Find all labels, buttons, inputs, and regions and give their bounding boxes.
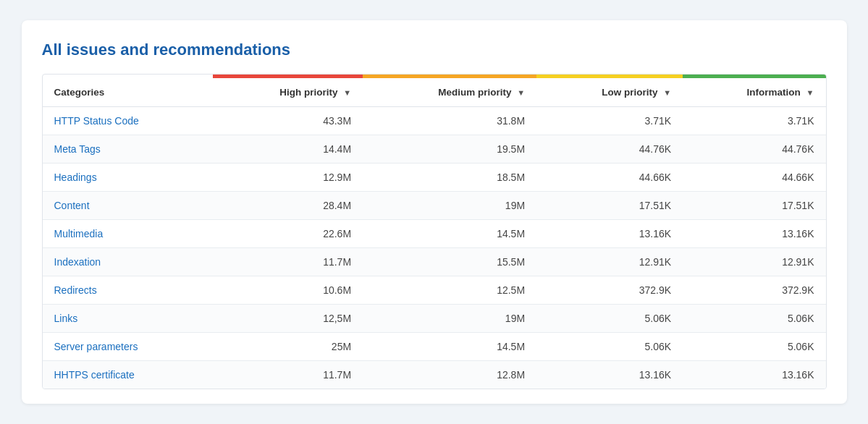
cell-low: 12.91K	[536, 248, 683, 276]
issues-table: Categories High priority ▼ Medium priori…	[43, 75, 826, 389]
category-link[interactable]: HHTPS certificate	[54, 369, 135, 381]
cell-medium: 14.5M	[363, 333, 536, 361]
cell-category: HHTPS certificate	[43, 361, 214, 389]
cell-info: 13.16K	[683, 220, 825, 248]
category-link[interactable]: HTTP Status Code	[54, 115, 139, 127]
cell-category: Content	[43, 192, 214, 220]
cell-high: 10.6M	[213, 276, 363, 305]
cell-info: 13.16K	[683, 361, 825, 389]
cell-low: 5.06K	[536, 305, 683, 333]
cell-medium: 18.5M	[363, 164, 536, 192]
table-row: Server parameters25M14.5M5.06K5.06K	[43, 333, 826, 361]
cell-medium: 19.5M	[363, 135, 536, 164]
cell-medium: 31.8M	[363, 107, 536, 135]
cell-category: Links	[43, 305, 214, 333]
col-information[interactable]: Information ▼	[683, 78, 825, 107]
sort-arrow-medium: ▼	[517, 88, 525, 97]
cell-category: Headings	[43, 164, 214, 192]
sort-arrow-info: ▼	[806, 88, 814, 97]
cell-medium: 12.8M	[363, 361, 536, 389]
cell-info: 12.91K	[683, 248, 825, 276]
category-link[interactable]: Multimedia	[54, 228, 104, 239]
category-link[interactable]: Content	[54, 200, 90, 211]
cell-low: 44.66K	[536, 164, 683, 192]
cell-medium: 15.5M	[363, 248, 536, 276]
sort-arrow-high: ▼	[343, 88, 351, 97]
cell-low: 5.06K	[536, 333, 683, 361]
cell-category: Meta Tags	[43, 135, 214, 164]
category-link[interactable]: Server parameters	[54, 341, 138, 352]
table-row: Meta Tags14.4M19.5M44.76K44.76K	[43, 135, 826, 164]
table-row: Multimedia22.6M14.5M13.16K13.16K	[43, 220, 826, 248]
cell-medium: 14.5M	[363, 220, 536, 248]
col-high-priority[interactable]: High priority ▼	[213, 78, 363, 107]
table-row: Redirects10.6M12.5M372.9K372.9K	[43, 276, 826, 305]
cell-category: HTTP Status Code	[43, 107, 214, 135]
issues-card: All issues and recommendations Categorie…	[22, 20, 847, 404]
table-wrapper: Categories High priority ▼ Medium priori…	[42, 74, 827, 389]
col-medium-priority[interactable]: Medium priority ▼	[363, 78, 536, 107]
header-row: Categories High priority ▼ Medium priori…	[43, 78, 826, 107]
cell-category: Server parameters	[43, 333, 214, 361]
cell-info: 44.76K	[683, 135, 825, 164]
cell-high: 12,5M	[213, 305, 363, 333]
cell-info: 372.9K	[683, 276, 825, 305]
cell-category: Indexation	[43, 248, 214, 276]
category-link[interactable]: Redirects	[54, 284, 97, 296]
col-categories: Categories	[43, 78, 214, 107]
cell-low: 44.76K	[536, 135, 683, 164]
category-link[interactable]: Meta Tags	[54, 143, 101, 155]
cell-category: Redirects	[43, 276, 214, 305]
cell-high: 25M	[213, 333, 363, 361]
cell-medium: 12.5M	[363, 276, 536, 305]
table-row: Indexation11.7M15.5M12.91K12.91K	[43, 248, 826, 276]
cell-high: 22.6M	[213, 220, 363, 248]
col-low-priority[interactable]: Low priority ▼	[536, 78, 683, 107]
cell-medium: 19M	[363, 305, 536, 333]
category-link[interactable]: Indexation	[54, 256, 101, 268]
cell-info: 3.71K	[683, 107, 825, 135]
table-row: HHTPS certificate11.7M12.8M13.16K13.16K	[43, 361, 826, 389]
cell-low: 3.71K	[536, 107, 683, 135]
category-link[interactable]: Headings	[54, 171, 97, 183]
cell-info: 44.66K	[683, 164, 825, 192]
cell-high: 11.7M	[213, 248, 363, 276]
cell-low: 13.16K	[536, 220, 683, 248]
cell-low: 17.51K	[536, 192, 683, 220]
card-title: All issues and recommendations	[42, 41, 827, 59]
table-body: HTTP Status Code43.3M31.8M3.71K3.71KMeta…	[43, 107, 826, 389]
cell-high: 28.4M	[213, 192, 363, 220]
category-link[interactable]: Links	[54, 313, 78, 324]
cell-high: 43.3M	[213, 107, 363, 135]
cell-medium: 19M	[363, 192, 536, 220]
cell-high: 12.9M	[213, 164, 363, 192]
table-row: Content28.4M19M17.51K17.51K	[43, 192, 826, 220]
cell-high: 11.7M	[213, 361, 363, 389]
cell-low: 372.9K	[536, 276, 683, 305]
table-row: HTTP Status Code43.3M31.8M3.71K3.71K	[43, 107, 826, 135]
cell-info: 5.06K	[683, 305, 825, 333]
cell-low: 13.16K	[536, 361, 683, 389]
table-row: Links12,5M19M5.06K5.06K	[43, 305, 826, 333]
cell-info: 17.51K	[683, 192, 825, 220]
cell-category: Multimedia	[43, 220, 214, 248]
cell-high: 14.4M	[213, 135, 363, 164]
table-row: Headings12.9M18.5M44.66K44.66K	[43, 164, 826, 192]
sort-arrow-low: ▼	[663, 88, 671, 97]
cell-info: 5.06K	[683, 333, 825, 361]
